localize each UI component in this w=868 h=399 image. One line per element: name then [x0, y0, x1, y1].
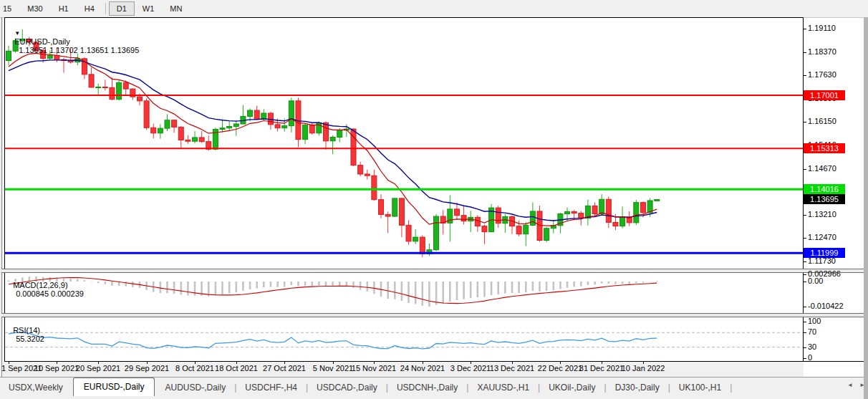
- period-button-h4[interactable]: H4: [77, 1, 102, 16]
- window-right-edge: [864, 17, 868, 399]
- rsi-axis-label: 100: [808, 317, 821, 325]
- tab-eurusd-daily[interactable]: EURUSD-,Daily: [73, 378, 155, 396]
- rsi-axis-label: 30: [808, 342, 816, 351]
- period-button-15[interactable]: 15: [0, 1, 19, 16]
- current-price-badge: 1.13695: [804, 194, 845, 204]
- axis-tick-mark: [803, 358, 806, 359]
- rsi-indicator-label: RSI(14) 55.3202: [9, 317, 44, 343]
- date-axis-label: 10 Sep 2021: [34, 364, 79, 372]
- axis-tick-mark: [803, 274, 806, 275]
- axis-tick-mark: [803, 282, 806, 282]
- macd-values: 0.000845 0.000239: [16, 289, 84, 298]
- axis-tick-mark: [803, 29, 806, 29]
- axis-tick-mark: [803, 52, 806, 53]
- date-axis-label: 31 Dec 2021: [579, 364, 624, 372]
- axis-tick-mark: [803, 347, 806, 348]
- tab-audusd-daily[interactable]: AUDUSD-,Daily: [156, 380, 234, 396]
- price-axis-label: 1.12470: [808, 233, 836, 241]
- date-axis-label: 15 Nov 2021: [352, 364, 396, 372]
- axis-tick-mark: [803, 261, 806, 262]
- chart-tab-bar: USDX,WeeklyEURUSD-,DailyAUDUSD-,Daily|US…: [0, 377, 864, 396]
- chart-ohlc-values: 1.13651 1.13702 1.13651 1.13695: [19, 46, 139, 54]
- chart-dropdown-icon[interactable]: ▼: [14, 30, 20, 37]
- axis-tick-mark: [803, 332, 806, 333]
- price-chart-canvas[interactable]: [5, 17, 803, 361]
- metatrader-window: { "toolbar": { "periods": [ {"label": "1…: [0, 0, 868, 399]
- date-axis-label: 3 Dec 2021: [450, 364, 491, 372]
- support-line-green-badge: 1.14016: [804, 184, 845, 194]
- tab-ukoil-daily[interactable]: UKOil-,Daily: [540, 380, 604, 396]
- rsi-name: RSI(14): [13, 326, 40, 335]
- rsi-axis-label: 0: [808, 353, 812, 362]
- price-axis-label: 1.13210: [808, 210, 836, 218]
- period-buttons: 15M30H1H4D1W1MN: [0, 0, 190, 17]
- date-axis-label: 8 Oct 2021: [175, 364, 214, 372]
- price-axis-label: 1.14670: [808, 164, 836, 173]
- period-button-d1[interactable]: D1: [109, 1, 135, 16]
- chart-header: ▼ EURUSD-,Daily 1.13651 1.13702 1.13651 …: [10, 20, 139, 54]
- price-axis-label: 1.19110: [808, 24, 836, 32]
- date-axis-label: 27 Oct 2021: [263, 364, 306, 372]
- tab-dj30-daily[interactable]: DJ30-,Daily: [607, 380, 668, 396]
- price-axis-label: 1.18370: [808, 47, 836, 56]
- tab-scroll-left-icon[interactable]: ◄: [847, 382, 853, 388]
- rsi-value: 55.3202: [16, 335, 44, 343]
- tab-usdchf-h4[interactable]: USDCHF-,H4: [236, 380, 306, 396]
- macd-name: MACD(12,26,9): [13, 281, 67, 289]
- tab-scroll-right-icon[interactable]: ►: [859, 382, 865, 388]
- date-axis-label: 5 Nov 2021: [313, 364, 353, 372]
- tab-uk100-h1[interactable]: UK100-,H1: [670, 380, 730, 396]
- pane-splitter-macd[interactable]: [1, 269, 864, 273]
- toolbar-separator: [105, 3, 106, 14]
- date-axis-label: 29 Sep 2021: [125, 364, 169, 372]
- axis-tick-mark: [803, 75, 806, 76]
- price-axis-label: 1.16150: [808, 117, 836, 125]
- date-axis-label: 24 Nov 2021: [400, 364, 445, 372]
- tab-usdcad-daily[interactable]: USDCAD-,Daily: [308, 380, 386, 396]
- period-button-m30[interactable]: M30: [19, 1, 50, 16]
- chart-symbol-period: EURUSD-,Daily: [14, 37, 70, 46]
- axis-tick-mark: [803, 122, 806, 122]
- resistance-line-1-badge: 1.17001: [804, 90, 845, 100]
- axis-tick-mark: [803, 238, 806, 239]
- window-left-edge: [1, 17, 2, 395]
- pane-splitter-rsi[interactable]: [1, 313, 864, 317]
- axis-tick-mark: [803, 169, 806, 170]
- macd-axis-label: 0.00: [808, 277, 823, 285]
- macd-indicator-label: MACD(12,26,9) 0.000845 0.000239: [9, 272, 84, 298]
- time-axis-line: [4, 361, 864, 362]
- chart-border-top: [4, 17, 804, 18]
- support-line-blue-badge: 1.11999: [804, 248, 845, 258]
- date-axis-label: 22 Dec 2021: [538, 364, 582, 372]
- period-toolbar: 15M30H1H4D1W1MN: [0, 0, 868, 18]
- axis-tick-mark: [803, 322, 806, 322]
- resistance-line-2-badge: 1.15313: [804, 143, 845, 153]
- date-axis-label: 10 Jan 2022: [622, 364, 665, 372]
- axis-tick-mark: [803, 307, 806, 307]
- axis-tick-mark: [803, 215, 806, 216]
- tab-xauusd-h1[interactable]: XAUUSD-,H1: [468, 380, 538, 396]
- date-axis-label: 13 Dec 2021: [490, 364, 534, 372]
- tab-usdx-weekly[interactable]: USDX,Weekly: [0, 380, 72, 396]
- price-axis-label: 1.17630: [808, 70, 836, 79]
- macd-axis-label: -0.010422: [808, 302, 844, 310]
- tab-separator: |: [730, 383, 732, 396]
- period-button-w1[interactable]: W1: [135, 1, 163, 16]
- date-axis-label: 20 Sep 2021: [76, 364, 120, 372]
- period-button-h1[interactable]: H1: [51, 1, 77, 16]
- date-axis-label: 18 Oct 2021: [215, 364, 258, 372]
- period-button-mn[interactable]: MN: [162, 1, 190, 16]
- tab-usdcnh-daily[interactable]: USDCNH-,Daily: [388, 380, 466, 396]
- rsi-axis-label: 70: [808, 327, 816, 336]
- chart-border-left: [4, 17, 5, 362]
